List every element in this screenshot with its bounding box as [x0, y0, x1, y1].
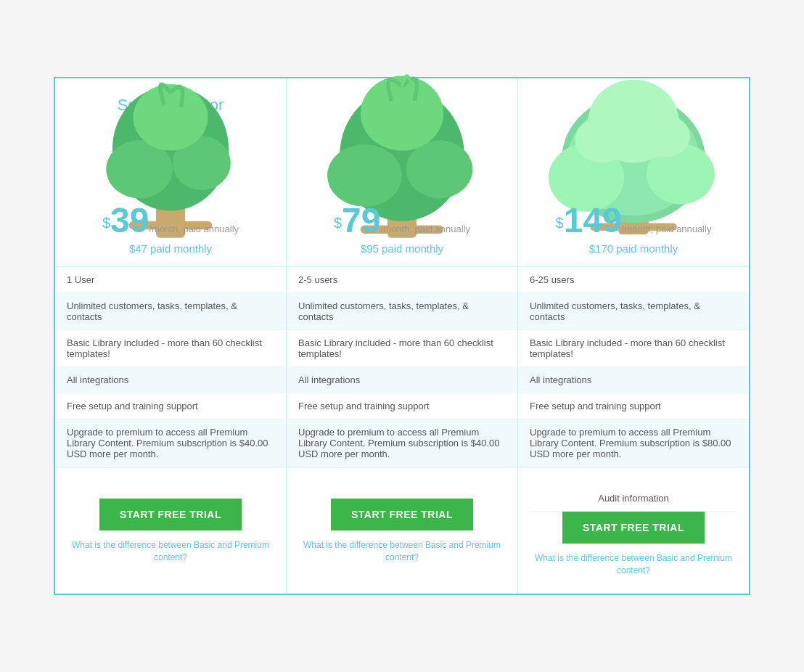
plan-feature-small-firm-1: Basic Library included - more than 60 ch…	[287, 330, 517, 367]
plan-header-sole-proprietor: Sole Proprietor $39/month, paid annually…	[55, 78, 286, 267]
plan-price-row-large-firm: $149/month, paid annually	[530, 203, 737, 238]
plan-feature-large-firm-4: Upgrade to premium to access all Premium…	[518, 419, 749, 467]
plan-premium-link-large-firm[interactable]: What is the difference between Basic and…	[530, 552, 737, 577]
plan-feature-sole-proprietor-1: Basic Library included - more than 60 ch…	[55, 330, 286, 367]
plan-users-large-firm: 6-25 users	[518, 267, 749, 293]
plan-premium-link-small-firm[interactable]: What is the difference between Basic and…	[298, 539, 506, 564]
plan-users-sole-proprietor: 1 User	[55, 267, 286, 293]
plan-cta-section-small-firm: START FREE TRIALWhat is the difference b…	[287, 467, 517, 594]
plan-price-main-sole-proprietor: 39	[110, 201, 149, 239]
plan-tree-icon-small-firm	[298, 126, 506, 192]
svg-point-19	[575, 118, 628, 163]
plan-feature-large-firm-0: Unlimited customers, tasks, templates, &…	[518, 293, 749, 330]
plan-cta-section-sole-proprietor: START FREE TRIALWhat is the difference b…	[55, 467, 286, 594]
plan-dollar-sign-small-firm: $	[334, 214, 342, 230]
plan-feature-small-firm-3: Free setup and training support	[287, 393, 517, 419]
plan-feature-sole-proprietor-4: Upgrade to premium to access all Premium…	[55, 419, 286, 467]
plan-price-suffix-sole-proprietor: /month, paid annually	[149, 224, 239, 234]
pricing-table: Sole Proprietor $39/month, paid annually…	[54, 77, 750, 596]
plan-trial-button-large-firm[interactable]: START FREE TRIAL	[562, 512, 705, 544]
svg-point-9	[327, 144, 402, 207]
plan-price-suffix-small-firm: /month, paid annually	[380, 224, 470, 234]
plan-trial-button-sole-proprietor[interactable]: START FREE TRIAL	[99, 499, 242, 530]
plan-feature-large-firm-2: All integrations	[518, 367, 749, 393]
plan-dollar-sign-large-firm: $	[556, 214, 564, 230]
plan-price-suffix-large-firm: /month, paid annually	[622, 224, 712, 234]
plan-col-large-firm: Large Firm $149/month, paid annually$170…	[518, 78, 749, 594]
plan-header-large-firm: Large Firm $149/month, paid annually$170…	[518, 78, 749, 267]
plan-audit-info-large-firm: Audit information	[530, 485, 737, 512]
plan-dollar-sign-sole-proprietor: $	[102, 214, 110, 230]
plan-feature-small-firm-0: Unlimited customers, tasks, templates, &…	[287, 293, 517, 330]
plan-feature-sole-proprietor-3: Free setup and training support	[55, 393, 286, 419]
svg-point-11	[361, 75, 443, 150]
plan-feature-large-firm-3: Free setup and training support	[518, 393, 749, 419]
plan-tree-icon-large-firm	[530, 126, 737, 192]
plan-users-small-firm: 2-5 users	[287, 267, 517, 293]
svg-point-5	[134, 84, 208, 151]
plan-feature-sole-proprietor-2: All integrations	[55, 367, 286, 393]
plan-premium-link-sole-proprietor[interactable]: What is the difference between Basic and…	[67, 539, 274, 564]
svg-point-10	[406, 140, 473, 198]
plan-trial-button-small-firm[interactable]: START FREE TRIAL	[331, 499, 473, 530]
plan-price-main-large-firm: 149	[564, 201, 622, 239]
plan-cta-section-large-firm: Audit informationSTART FREE TRIALWhat is…	[518, 467, 749, 594]
plan-feature-small-firm-2: All integrations	[287, 367, 517, 393]
plan-feature-small-firm-4: Upgrade to premium to access all Premium…	[287, 419, 517, 467]
svg-point-20	[641, 115, 690, 157]
plan-price-main-small-firm: 79	[342, 201, 380, 239]
plan-tree-icon-sole-proprietor	[67, 126, 274, 192]
plan-feature-large-firm-1: Basic Library included - more than 60 ch…	[518, 330, 749, 367]
plan-feature-sole-proprietor-0: Unlimited customers, tasks, templates, &…	[55, 293, 286, 330]
plan-col-small-firm: Small Firm $79/month, paid annually$95 p…	[287, 78, 518, 594]
plan-col-sole-proprietor: Sole Proprietor $39/month, paid annually…	[55, 78, 287, 594]
plan-header-small-firm: Small Firm $79/month, paid annually$95 p…	[287, 78, 517, 267]
